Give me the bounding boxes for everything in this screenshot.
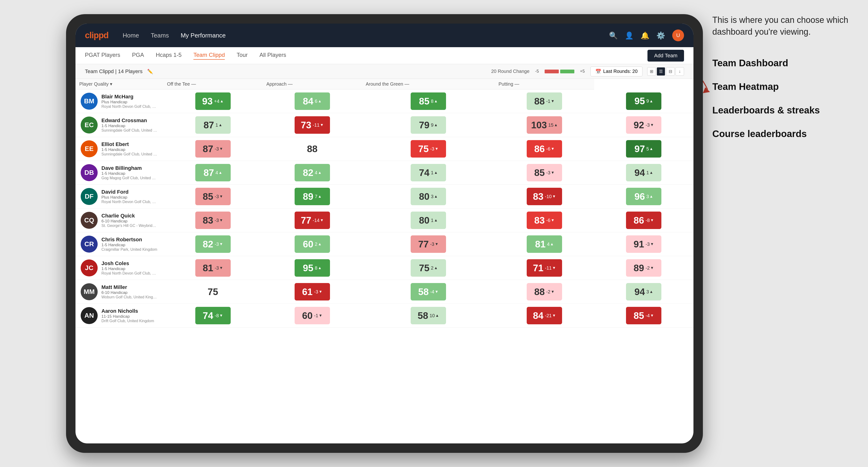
delta-arrow: ▲ [554,123,558,127]
score-box: 77 -14▼ [294,212,330,229]
score-value: 84 [533,310,544,321]
player-avatar: BM [81,93,98,110]
table-row[interactable]: CR Chris Robertson 1-5 Handicap Craigmil… [75,232,693,256]
score-value: 103 [531,120,547,130]
tab-hcaps[interactable]: Hcaps 1-5 [156,52,182,60]
edit-icon[interactable]: ✏️ [147,69,153,74]
table-row[interactable]: CQ Charlie Quick 6-10 Handicap St. Georg… [75,209,693,232]
delta-arrow: ▲ [434,218,438,222]
score-box: 75 -3▼ [411,140,446,158]
score-cell-player_quality: 93 +4▲ [163,89,262,113]
table-row[interactable]: JC Josh Coles 1-5 Handicap Royal North D… [75,256,693,280]
score-delta: 4▲ [315,170,322,176]
round-change-label: 20 Round Change [491,69,529,74]
nav-link-performance[interactable]: My Performance [181,32,226,39]
delta-arrow: ▲ [649,170,653,175]
score-box: 61 -3▼ [294,283,330,301]
table-row[interactable]: DF David Ford Plus Handicap Royal North … [75,185,693,209]
user-icon[interactable]: 👤 [625,31,633,40]
tab-all-players[interactable]: All Players [259,52,286,60]
add-team-button[interactable]: Add Team [647,50,684,62]
score-delta: 4▲ [215,170,222,176]
team-name-label: Team Clippd | 14 Players [85,68,143,74]
score-delta: -11▼ [545,266,556,271]
table-row[interactable]: AN Aaron Nicholls 11-15 Handicap Drift G… [75,304,693,328]
detail-view-button[interactable]: ⊟ [666,67,675,76]
table-row[interactable]: BM Blair McHarg Plus Handicap Royal Nort… [75,89,693,113]
delta-arrow: ▲ [219,170,222,175]
delta-arrow: ▼ [552,313,556,318]
score-cell-off_tee: 89 7▲ [262,185,362,209]
score-value: 83 [533,191,544,202]
score-delta: -3▼ [646,242,654,247]
score-value: 75 [208,286,218,297]
player-handicap: 1-5 Handicap [101,171,158,176]
player-club: Drift Golf Club, United Kingdom [101,319,154,323]
grid-view-button[interactable]: ⊞ [647,67,656,76]
player-cell-4: DF David Ford Plus Handicap Royal North … [75,185,163,209]
score-delta: -3▼ [646,122,654,128]
delta-arrow: ▼ [219,194,223,198]
player-avatar: CR [81,236,98,253]
score-cell-approach: 80 1▲ [362,209,495,232]
score-value: 87 [204,167,214,178]
score-cell-approach: 77 -3▼ [362,232,495,256]
player-cell-3: DB Dave Billingham 1-5 Handicap Gog Mago… [75,161,163,185]
avatar[interactable]: U [672,30,684,41]
delta-arrow: ▲ [649,290,653,294]
score-cell-player_quality: 82 -3▼ [163,232,262,256]
score-delta: -3▼ [215,194,223,199]
score-delta: -3▼ [314,289,322,294]
delta-arrow: ▲ [434,123,438,127]
tab-pga[interactable]: PGA [132,52,144,60]
delta-arrow: ▼ [219,266,223,270]
score-delta: 2▲ [315,242,322,247]
score-delta: -3▼ [430,242,438,247]
player-name: Edward Crossman [101,118,158,124]
player-cell-5: CQ Charlie Quick 6-10 Handicap St. Georg… [75,209,163,232]
score-value: 80 [419,215,430,226]
sub-nav: PGAT Players PGA Hcaps 1-5 Team Clippd T… [75,47,693,64]
table-row[interactable]: EC Edward Crossman 1-5 Handicap Sunningd… [75,113,693,137]
score-cell-player_quality: 87 1▲ [163,113,262,137]
score-value: 95 [634,96,645,106]
player-handicap: Plus Handicap [101,100,158,104]
nav-link-home[interactable]: Home [123,32,139,39]
list-view-button[interactable]: ☰ [657,67,665,76]
table-row[interactable]: DB Dave Billingham 1-5 Handicap Gog Mago… [75,161,693,185]
delta-arrow: ▼ [219,313,223,318]
bell-icon[interactable]: 🔔 [641,31,649,40]
score-delta: -3▼ [546,170,555,176]
score-delta: 10▲ [430,313,439,318]
score-box: 103 15▲ [527,116,562,134]
score-box: 74 -8▼ [195,307,231,324]
table-row[interactable]: MM Matt Miller 6-10 Handicap Woburn Golf… [75,280,693,304]
score-value: 81 [203,263,214,273]
download-button[interactable]: ↓ [676,67,684,76]
col-header-off-tee: Off the Tee — [163,79,262,89]
score-delta: -4▼ [646,313,654,318]
delta-arrow: ▼ [320,123,324,127]
score-delta: -8▼ [215,313,223,318]
tab-pgat[interactable]: PGAT Players [85,52,120,60]
score-value: 83 [534,215,545,226]
score-cell-putting: 97 5▲ [594,137,693,161]
score-delta: -14▼ [313,218,324,223]
last-rounds-selector[interactable]: 📅 Last Rounds: 20 [590,66,643,76]
score-cell-putting: 94 1▲ [594,161,693,185]
col-header-approach: Approach — [262,79,362,89]
settings-icon[interactable]: ⚙️ [656,31,665,40]
score-cell-off_tee: 61 -3▼ [262,280,362,304]
score-delta: 4▲ [547,242,554,247]
score-box: 84 -21▼ [527,307,562,324]
score-box: 85 -4▼ [626,307,661,324]
tab-team-clippd[interactable]: Team Clippd [193,52,225,60]
score-value: 71 [533,263,544,273]
tab-tour[interactable]: Tour [237,52,248,60]
score-delta: -4▼ [430,289,438,294]
annotation-list: Team Dashboard Team Heatmap Leaderboards… [712,57,854,140]
search-icon[interactable]: 🔍 [609,31,618,40]
nav-link-teams[interactable]: Teams [151,32,169,39]
table-row[interactable]: EE Elliot Ebert 1-5 Handicap Sunningdale… [75,137,693,161]
delta-arrow: ▲ [220,99,224,103]
